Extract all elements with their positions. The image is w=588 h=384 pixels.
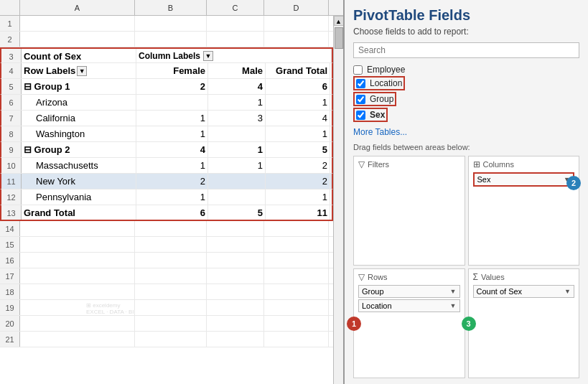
values-icon: Σ — [473, 272, 478, 282]
arizona-label[interactable]: Arizona — [22, 95, 136, 110]
arizona-total[interactable]: 1 — [266, 95, 330, 110]
columns-area: ⊞ Columns Sex ▼ — [468, 156, 580, 266]
cell-d2[interactable] — [264, 32, 329, 47]
pennsylvania-female[interactable]: 1 — [136, 189, 208, 205]
group-rows-dropdown[interactable]: ▼ — [450, 288, 457, 295]
badge-3: 3 — [462, 317, 476, 331]
california-label[interactable]: California — [22, 111, 136, 126]
grand-total-female[interactable]: 6 — [136, 205, 208, 220]
group1-male[interactable]: 4 — [208, 79, 266, 94]
values-title: Σ Values — [473, 272, 575, 282]
group1-label[interactable]: ⊟ Group 1 — [22, 79, 136, 94]
newyork-total[interactable]: 2 — [266, 174, 330, 189]
group2-label[interactable]: ⊟ Group 2 — [22, 142, 136, 157]
location-rows-dropdown[interactable]: ▼ — [450, 302, 457, 309]
cell-c4[interactable]: Male — [208, 63, 266, 78]
group1-total[interactable]: 6 — [266, 79, 330, 94]
rows-label: Rows — [368, 273, 388, 281]
grand-total-male[interactable]: 5 — [208, 205, 266, 220]
grand-total-value[interactable]: 11 — [266, 205, 330, 220]
row-labels-cell[interactable]: Row Labels ▼ — [22, 63, 136, 78]
massachusetts-female[interactable]: 1 — [136, 158, 208, 173]
washington-label[interactable]: Washington — [22, 126, 136, 141]
col-header-a[interactable]: A — [20, 0, 135, 15]
field-item-employee: Employee — [353, 64, 579, 75]
col-header-d[interactable]: D — [264, 0, 329, 15]
vertical-scrollbar[interactable]: ▲ — [333, 16, 343, 384]
filters-label: Filters — [368, 160, 389, 169]
panel-subtitle: Choose fields to add to report: — [353, 27, 579, 37]
arizona-female[interactable] — [136, 95, 208, 110]
pennsylvania-label[interactable]: Pennsylvania — [22, 189, 136, 205]
scroll-up-arrow[interactable]: ▲ — [334, 16, 344, 26]
group2-female[interactable]: 4 — [136, 142, 208, 157]
cell-c1[interactable] — [207, 16, 264, 31]
count-of-sex-label[interactable]: Count of Sex — [22, 49, 136, 62]
watermark: ⊞ exceldemyEXCEL · DATA · BI — [86, 302, 134, 315]
california-male[interactable]: 3 — [208, 111, 266, 126]
washington-total[interactable]: 1 — [266, 126, 330, 141]
arizona-male[interactable]: 1 — [208, 95, 266, 110]
cell-b1[interactable] — [135, 16, 207, 31]
cell-d4[interactable]: Grand Total — [266, 63, 330, 78]
pennsylvania-total[interactable]: 1 — [266, 189, 330, 205]
massachusetts-label[interactable]: Massachusetts — [22, 158, 136, 173]
newyork-female[interactable]: 2 — [136, 174, 208, 189]
column-labels-cell[interactable]: Column Labels ▼ — [136, 49, 332, 62]
table-row: 8 Washington 1 1 — [0, 126, 333, 142]
group2-total[interactable]: 5 — [266, 142, 330, 157]
row-number: 1 — [0, 16, 20, 31]
table-row: 13 Grand Total 6 5 11 — [0, 205, 333, 221]
california-total[interactable]: 4 — [266, 111, 330, 126]
massachusetts-total[interactable]: 2 — [266, 158, 330, 173]
areas-grid: ▽ Filters ⊞ Columns Sex ▼ ▽ Rows Group — [353, 156, 579, 378]
cell-a1[interactable] — [20, 16, 135, 31]
location-checkbox[interactable] — [356, 79, 365, 88]
table-row: 3 Count of Sex Column Labels ▼ — [0, 47, 333, 63]
pivot-table-fields-panel: PivotTable Fields Choose fields to add t… — [345, 0, 588, 384]
table-row: 10 Massachusetts 1 1 2 — [0, 158, 333, 174]
cell-c2[interactable] — [207, 32, 264, 47]
row-number: 9 — [1, 142, 22, 157]
column-labels-text: Column Labels — [139, 49, 200, 62]
cell-b4[interactable]: Female — [136, 63, 208, 78]
filters-area: ▽ Filters — [353, 156, 465, 266]
columns-sex-item[interactable]: Sex ▼ — [473, 172, 575, 187]
pennsylvania-male[interactable] — [208, 189, 266, 205]
group-rows-label: Group — [362, 287, 384, 296]
washington-male[interactable] — [208, 126, 266, 141]
cell-d1[interactable] — [264, 16, 329, 31]
rows-group-item[interactable]: Group ▼ — [358, 285, 460, 298]
sex-checkbox[interactable] — [356, 111, 365, 120]
massachusetts-male[interactable]: 1 — [208, 158, 266, 173]
newyork-label[interactable]: New York — [22, 174, 136, 189]
washington-female[interactable]: 1 — [136, 126, 208, 141]
row-number: 21 — [0, 332, 20, 347]
cell-a2[interactable] — [20, 32, 135, 47]
search-input[interactable] — [353, 42, 579, 58]
values-countsex-item[interactable]: Count of Sex ▼ — [473, 285, 575, 298]
col-header-c[interactable]: C — [207, 0, 264, 15]
group1-female[interactable]: 2 — [136, 79, 208, 94]
california-female[interactable]: 1 — [136, 111, 208, 126]
columns-title: ⊞ Columns — [473, 159, 575, 169]
table-row: 5 ⊟ Group 1 2 4 6 — [0, 79, 333, 95]
location-rows-label: Location — [362, 301, 392, 310]
table-row: 6 Arizona 1 1 — [0, 95, 333, 111]
group2-male[interactable]: 1 — [208, 142, 266, 157]
count-of-sex-dropdown[interactable]: ▼ — [564, 288, 571, 295]
location-label: Location — [370, 78, 402, 88]
row-labels-dropdown[interactable]: ▼ — [77, 66, 87, 76]
sheet-content: 1 2 3 Count of Sex Column Labels — [0, 16, 333, 384]
col-header-b[interactable]: B — [135, 0, 207, 15]
cell-b2[interactable] — [135, 32, 207, 47]
group-checkbox[interactable] — [356, 95, 365, 104]
rows-location-item[interactable]: Location ▼ — [358, 299, 460, 312]
badge-1: 1 — [347, 317, 361, 331]
column-labels-dropdown[interactable]: ▼ — [203, 51, 213, 61]
newyork-male[interactable] — [208, 174, 266, 189]
employee-checkbox[interactable] — [353, 65, 363, 75]
scroll-thumb[interactable] — [335, 27, 343, 49]
grand-total-label[interactable]: Grand Total — [22, 205, 136, 220]
more-tables-link[interactable]: More Tables... — [353, 127, 579, 137]
